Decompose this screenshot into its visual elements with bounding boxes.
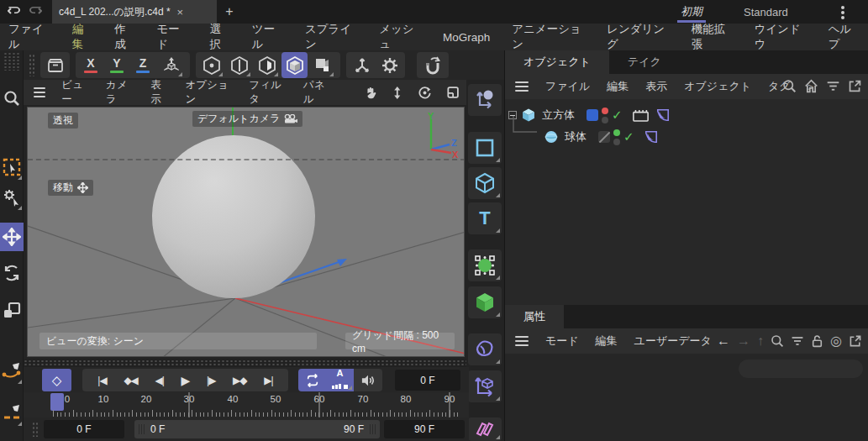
points-mode-button[interactable] — [198, 52, 224, 78]
menu-render[interactable]: レンダリング — [607, 22, 670, 52]
axis-lock-x-button[interactable]: X — [80, 52, 102, 78]
om-search-icon[interactable] — [782, 79, 797, 93]
am-menu-mode[interactable]: モード — [545, 333, 579, 349]
am-filter-icon[interactable] — [791, 335, 804, 347]
maximize-view-icon[interactable] — [447, 86, 459, 99]
modeling-settings-button[interactable] — [377, 52, 402, 78]
range-left-grip[interactable] — [139, 424, 145, 434]
next-frame-button[interactable]: |▶ — [207, 375, 215, 386]
tree-row-sphere[interactable]: 球体 ✓ — [505, 126, 868, 148]
rotate-tool-button[interactable] — [0, 259, 24, 287]
am-undock-icon[interactable] — [849, 334, 862, 348]
om-hamburger-icon[interactable] — [515, 79, 529, 94]
prev-key-button[interactable]: ◆◀ — [124, 375, 137, 386]
zoom-tool-button[interactable] — [0, 84, 24, 113]
content-browser-button[interactable] — [40, 52, 70, 78]
am-menu-userdata[interactable]: ユーザーデータ — [634, 333, 712, 349]
tab-takes[interactable]: テイク — [609, 50, 680, 74]
layout-tab-initial[interactable]: 初期 — [672, 3, 711, 19]
menu-help[interactable]: ヘルプ — [829, 22, 860, 52]
left-toolbar-drag-handle[interactable] — [3, 52, 20, 71]
am-hamburger-icon[interactable] — [515, 333, 529, 349]
om-menu-edit[interactable]: 編集 — [607, 79, 629, 94]
vp-menu-display[interactable]: 表示 — [150, 78, 169, 107]
menu-window[interactable]: ウインドウ — [754, 22, 806, 52]
enable-check-icon[interactable]: ✓ — [612, 108, 623, 123]
vp-menu-filter[interactable]: フィルタ — [249, 78, 287, 107]
view-type-label[interactable]: 透視 — [48, 113, 78, 129]
playhead[interactable] — [50, 393, 64, 411]
editor-visibility-dot[interactable] — [602, 108, 608, 114]
am-up-icon[interactable]: ↑ — [757, 333, 764, 349]
scale-tool-button[interactable] — [0, 296, 24, 324]
titlebar-overflow-menu[interactable] — [840, 4, 845, 21]
vp-menu-view[interactable]: ビュー — [61, 78, 90, 107]
visibility-dots[interactable] — [602, 108, 608, 123]
menu-tools[interactable]: ツール — [252, 22, 283, 52]
simulation-scene-button[interactable] — [468, 84, 502, 116]
tab-objects[interactable]: オブジェクト — [505, 50, 609, 74]
range-right-grip[interactable] — [370, 424, 376, 434]
goto-end-button[interactable]: ▶| — [264, 375, 272, 386]
vp-menu-options[interactable]: オプション — [185, 78, 233, 107]
om-menu-view[interactable]: 表示 — [645, 79, 667, 94]
add-tab-button[interactable]: + — [220, 3, 239, 21]
viewport-hamburger-icon[interactable] — [34, 85, 45, 100]
vp-menu-camera[interactable]: カメラ — [106, 78, 134, 107]
menu-file[interactable]: ファイル — [8, 22, 50, 52]
am-target-icon[interactable]: ◎ — [830, 333, 842, 349]
dolly-zoom-icon[interactable] — [392, 86, 402, 100]
om-home-icon[interactable] — [804, 79, 818, 93]
menu-edit[interactable]: 編集 — [72, 22, 92, 52]
am-search-icon[interactable] — [771, 334, 784, 348]
prev-frame-button[interactable]: ◀| — [155, 375, 164, 386]
object-name[interactable]: 球体 — [565, 129, 587, 144]
toolbar-drag-handle[interactable] — [29, 54, 36, 76]
object-name[interactable]: 立方体 — [542, 108, 575, 123]
layout-tab-standard[interactable]: Standard — [744, 4, 788, 19]
phong-tag-icon[interactable] — [656, 108, 670, 122]
range-row-drag-handle[interactable] — [32, 422, 39, 437]
menu-extensions[interactable]: 機能拡張 — [692, 22, 733, 52]
phong-tag-icon[interactable] — [644, 130, 658, 144]
symmetry-button[interactable] — [468, 417, 502, 441]
menu-create[interactable]: 作成 — [114, 22, 134, 52]
coordinate-system-button[interactable] — [158, 52, 184, 78]
render-visibility-dot[interactable] — [613, 139, 620, 145]
layer-color-chip-none[interactable] — [598, 131, 610, 143]
close-icon[interactable]: × — [177, 6, 184, 18]
polygons-mode-button[interactable] — [254, 52, 280, 78]
edges-mode-button[interactable] — [226, 52, 252, 78]
render-visibility-dot[interactable] — [602, 117, 608, 123]
play-button[interactable]: ▶ — [181, 374, 190, 387]
redo-button[interactable] — [26, 3, 45, 21]
object-mode-button[interactable] — [309, 52, 335, 78]
animation-tag-icon[interactable] — [633, 109, 649, 122]
goto-start-button[interactable]: |◀ — [97, 375, 106, 386]
loop-mode-button[interactable] — [298, 369, 326, 391]
live-selection-tool-button[interactable] — [0, 153, 24, 181]
model-mode-button[interactable] — [281, 52, 308, 78]
menu-mograph[interactable]: MoGraph — [443, 31, 490, 44]
om-menu-objects[interactable]: オブジェクト — [684, 79, 751, 94]
editor-visibility-dot[interactable] — [613, 129, 620, 136]
enable-axis-button[interactable] — [350, 52, 374, 78]
subdivision-surface-button[interactable] — [468, 249, 502, 281]
visibility-dots[interactable] — [613, 129, 620, 145]
preview-range-slider[interactable]: 0 F 90 F — [134, 420, 380, 438]
autokey-mode-button[interactable]: A — [326, 369, 354, 391]
menu-spline[interactable]: スプライン — [305, 22, 357, 52]
volume-builder-button[interactable] — [468, 333, 502, 365]
menu-mesh[interactable]: メッシュ — [379, 22, 421, 52]
vp-menu-panel[interactable]: パネル — [303, 78, 332, 107]
axis-lock-y-button[interactable]: Y — [106, 52, 128, 78]
range-end-field[interactable]: 90 F — [384, 420, 465, 438]
menu-mode[interactable]: モード — [156, 22, 187, 52]
om-undock-icon[interactable] — [848, 79, 862, 93]
am-forward-icon[interactable]: → — [737, 333, 750, 349]
spline-primitive-button[interactable] — [468, 132, 502, 164]
record-key-button[interactable]: ◇ — [42, 369, 71, 391]
null-axis-button[interactable] — [468, 370, 502, 402]
next-key-button[interactable]: ▶◆ — [233, 375, 246, 386]
am-menu-edit[interactable]: 編集 — [596, 333, 618, 349]
